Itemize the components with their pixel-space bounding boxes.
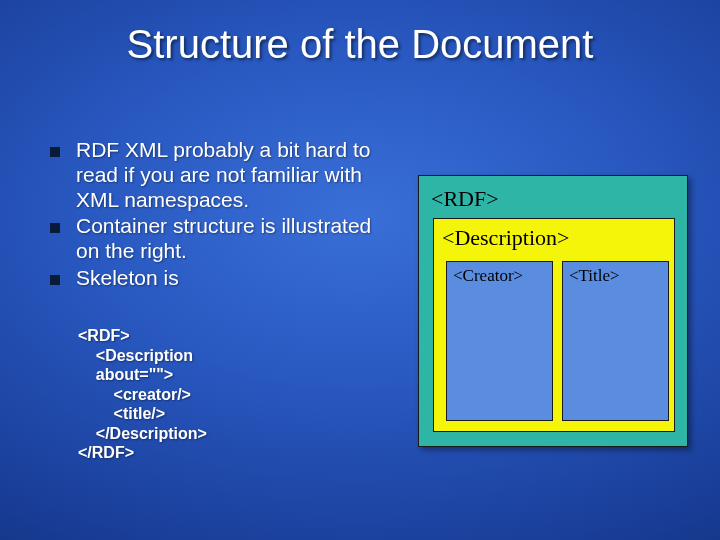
code-snippet: <RDF> <Description about=""> <creator/> … xyxy=(78,326,207,463)
slide: Structure of the Document RDF XML probab… xyxy=(0,0,720,540)
rdf-container-box: <RDF> <Description> <Creator> <Title> xyxy=(418,175,688,447)
bullet-icon xyxy=(50,147,60,157)
rdf-label: <RDF> xyxy=(431,186,499,212)
bullet-icon xyxy=(50,275,60,285)
list-item: Container structure is illustrated on th… xyxy=(50,214,390,264)
bullet-icon xyxy=(50,223,60,233)
creator-box: <Creator> xyxy=(446,261,553,421)
list-item: Skeleton is xyxy=(50,266,390,291)
code-line: <title/> xyxy=(78,404,207,424)
code-line: <Description xyxy=(78,346,207,366)
bullet-list: RDF XML probably a bit hard to read if y… xyxy=(50,138,390,293)
description-label: <Description> xyxy=(442,225,569,251)
code-line: <RDF> xyxy=(78,326,207,346)
title-box: <Title> xyxy=(562,261,669,421)
bullet-text: Skeleton is xyxy=(76,266,179,291)
code-line: <creator/> xyxy=(78,385,207,405)
code-line: about=""> xyxy=(78,365,207,385)
list-item: RDF XML probably a bit hard to read if y… xyxy=(50,138,390,212)
code-line: </Description> xyxy=(78,424,207,444)
creator-label: <Creator> xyxy=(453,266,523,286)
slide-title: Structure of the Document xyxy=(0,22,720,67)
description-container-box: <Description> <Creator> <Title> xyxy=(433,218,675,432)
title-label: <Title> xyxy=(569,266,620,286)
bullet-text: Container structure is illustrated on th… xyxy=(76,214,390,264)
bullet-text: RDF XML probably a bit hard to read if y… xyxy=(76,138,390,212)
code-line: </RDF> xyxy=(78,443,207,463)
